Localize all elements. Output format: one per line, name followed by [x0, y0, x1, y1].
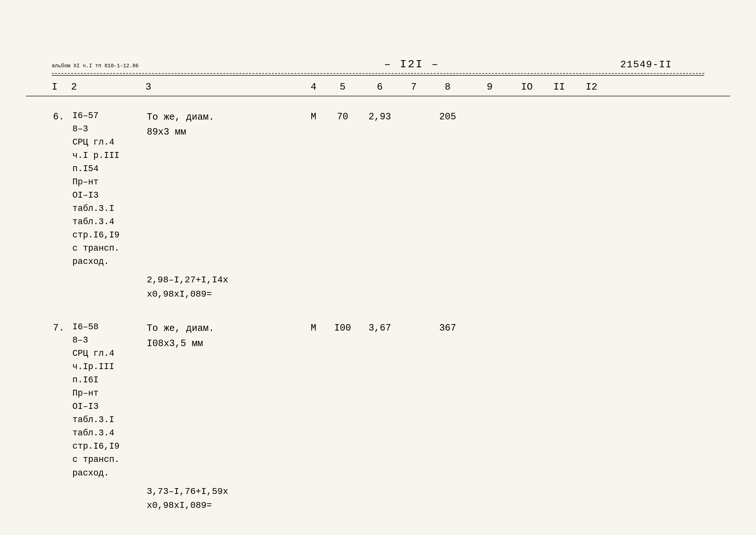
album-label: альбом XI ч.I тп 810-1-12.86: [52, 63, 139, 69]
album-italic: тп 810-1-12.86: [95, 63, 138, 69]
row-7-col4: М: [301, 321, 326, 480]
row-7-col11: [543, 321, 575, 480]
row-7-col12: [575, 321, 608, 480]
row-7-col10: [511, 321, 543, 480]
row-6-col10: [511, 109, 543, 268]
row-6-reference: I6–57 8–3 СРЦ гл.4 ч.I р.III п.I54 Пр–нт…: [71, 109, 146, 268]
row-7-formula: 3,73–I,76+I,59х х0,98хI,089=: [146, 485, 301, 513]
col-header-8: 8: [427, 81, 469, 93]
row-6-col6: 2,93: [359, 109, 401, 268]
header-area: альбом XI ч.I тп 810-1-12.86 – I2I – 215…: [26, 58, 730, 70]
row-7-number: 7.: [52, 321, 71, 480]
col-header-2: 2: [71, 81, 146, 93]
col-header-3: 3: [146, 81, 301, 93]
table-row: 7. I6–58 8–3 СРЦ гл.4 ч.Iр.III п.I6I Пр–…: [52, 314, 704, 512]
col-header-5: 5: [326, 81, 359, 93]
album-text: альбом XI ч.I: [52, 63, 95, 69]
row-6-formula: 2,98–I,27+I,I4х х0,98хI,089=: [146, 273, 301, 301]
right-label: 21549-II: [620, 59, 672, 70]
col-header-1: I: [52, 81, 71, 93]
col-header-12: I2: [575, 81, 608, 93]
col-header-7: 7: [401, 81, 427, 93]
table-row: 6. I6–57 8–3 СРЦ гл.4 ч.I р.III п.I54 Пр…: [52, 103, 704, 301]
row-7-col9: [469, 321, 511, 480]
row-6-col7: [401, 109, 427, 268]
row-7-col5: I00: [326, 321, 359, 480]
row-6-number: 6.: [52, 109, 71, 268]
col-header-9: 9: [469, 81, 511, 93]
row-7-description: То же, диам. I08х3,5 мм: [146, 321, 301, 480]
row-6-col12: [575, 109, 608, 268]
top-solid-line: [52, 75, 704, 76]
row-6-col5: 70: [326, 109, 359, 268]
col-header-4: 4: [301, 81, 326, 93]
row-6-col9: [469, 109, 511, 268]
row-6-col11: [543, 109, 575, 268]
center-label: – I2I –: [384, 58, 439, 70]
row-7-col7: [401, 321, 427, 480]
row-6-col4: М: [301, 109, 326, 268]
row-6-description: То же, диам. 89х3 мм: [146, 109, 301, 268]
col-header-6: 6: [359, 81, 401, 93]
col-header-10: IO: [511, 81, 543, 93]
row-7-reference: I6–58 8–3 СРЦ гл.4 ч.Iр.III п.I6I Пр–нт …: [71, 321, 146, 480]
page: альбом XI ч.I тп 810-1-12.86 – I2I – 215…: [0, 0, 756, 535]
top-dashed-line: [52, 73, 704, 74]
row-7-col6: 3,67: [359, 321, 401, 480]
row-7-col8: 367: [427, 321, 469, 480]
row-6-col8: 205: [427, 109, 469, 268]
column-headers: I 2 3 4 5 6 7 8 9 IO II I2: [26, 77, 730, 97]
table-body: 6. I6–57 8–3 СРЦ гл.4 ч.I р.III п.I54 Пр…: [26, 97, 730, 532]
col-header-11: II: [543, 81, 575, 93]
